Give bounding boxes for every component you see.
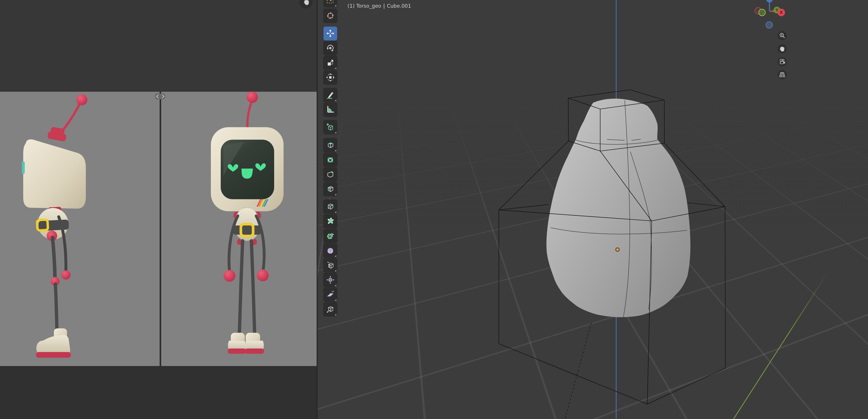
spin-icon (326, 231, 335, 240)
editor-top-band (0, 0, 317, 92)
tool-shear-button[interactable] (323, 288, 337, 302)
tool-shrink-fatten-button[interactable] (323, 273, 337, 287)
ortho-button[interactable] (778, 70, 787, 79)
camera-icon (778, 58, 786, 66)
tool-rotate-button[interactable] (323, 41, 337, 55)
gizmo-z-ball[interactable] (766, 0, 773, 3)
viewport-3d[interactable]: (1) Torso_geo|Cube.001 Y X (317, 0, 868, 419)
pan-icon (778, 45, 786, 53)
knife-icon (326, 202, 335, 211)
shin-side (55, 284, 57, 334)
reference-image-editor (0, 0, 317, 419)
tool-rip-region-button[interactable] (323, 302, 337, 316)
y-axis-line (734, 273, 827, 419)
object-path: (1) Torso_geo (347, 3, 381, 9)
tool-poly-build-button[interactable] (323, 214, 337, 228)
cursor-icon (326, 11, 335, 20)
editor-bottom-band (0, 366, 317, 419)
mesh-object-torso[interactable] (546, 99, 690, 317)
tool-inset-faces-button[interactable] (323, 153, 337, 167)
blender-window: (1) Torso_geo|Cube.001 Y X (0, 0, 868, 419)
zoom-icon (778, 32, 786, 40)
shrink-fatten-icon (326, 275, 335, 285)
smooth-icon (326, 246, 335, 255)
tool-bevel-button[interactable] (323, 167, 337, 182)
inset-faces-icon (326, 155, 335, 164)
bevel-icon (326, 170, 335, 179)
header-separator: | (381, 3, 387, 9)
tool-bar (323, 0, 337, 324)
tool-edge-slide-button[interactable] (323, 258, 337, 272)
screen-edge-glow (22, 161, 25, 174)
navigation-gizmo[interactable]: Y X (749, 0, 793, 35)
antenna-ball (247, 92, 258, 103)
divider-drag-handle[interactable] (155, 94, 165, 99)
tool-smooth-button[interactable] (323, 244, 337, 258)
belt-front (233, 225, 261, 235)
rotate-icon (326, 43, 335, 53)
edge-slide-icon (326, 260, 335, 270)
loop-cut-icon (326, 184, 335, 194)
rip-region-icon (326, 304, 335, 314)
move-icon (326, 29, 335, 38)
shear-icon (326, 290, 335, 299)
active-object-name: Cube.001 (387, 3, 411, 9)
svg-text:X: X (780, 10, 783, 15)
tool-annotate-button[interactable] (323, 88, 337, 102)
tool-transform-button[interactable] (323, 70, 337, 85)
hand-ball-left (223, 270, 236, 282)
tool-add-cube-button[interactable] (323, 120, 337, 134)
hand-ball-right (257, 269, 269, 281)
add-cube-icon (326, 122, 335, 132)
poly-build-icon (326, 217, 335, 226)
image-divider[interactable] (160, 92, 161, 366)
antenna-ball (76, 94, 87, 105)
tool-loop-cut-button[interactable] (323, 182, 337, 196)
gizmo-y-negative-ball[interactable] (759, 9, 765, 16)
zoom-button[interactable] (778, 31, 787, 40)
pan-button[interactable] (778, 44, 787, 54)
scale-icon (326, 58, 335, 67)
ortho-icon (778, 71, 786, 78)
measure-icon (326, 105, 335, 114)
tool-knife-button[interactable] (323, 200, 337, 214)
tool-spin-button[interactable] (323, 229, 337, 243)
annotate-icon (326, 90, 335, 100)
tool-measure-button[interactable] (323, 103, 337, 117)
object-origin-dot[interactable] (616, 248, 619, 251)
mesh-surface[interactable] (546, 99, 690, 317)
viewport-header: (1) Torso_geo|Cube.001 (347, 3, 411, 9)
gizmo-z-negative-ball[interactable] (766, 22, 773, 28)
tool-extrude-region-button[interactable] (323, 138, 337, 152)
transform-icon (326, 73, 335, 82)
tool-scale-button[interactable] (323, 56, 337, 70)
origin-relationship-line (565, 323, 591, 419)
tool-move-button[interactable] (323, 27, 337, 40)
hand-ball-side (61, 270, 70, 280)
extrude-region-icon (326, 140, 335, 150)
camera-button[interactable] (778, 57, 787, 66)
select-box-icon (326, 0, 335, 5)
tool-select-box-button[interactable] (323, 0, 337, 7)
tool-cursor-button[interactable] (323, 9, 337, 23)
gizmo-x-ball[interactable]: X (778, 9, 785, 16)
